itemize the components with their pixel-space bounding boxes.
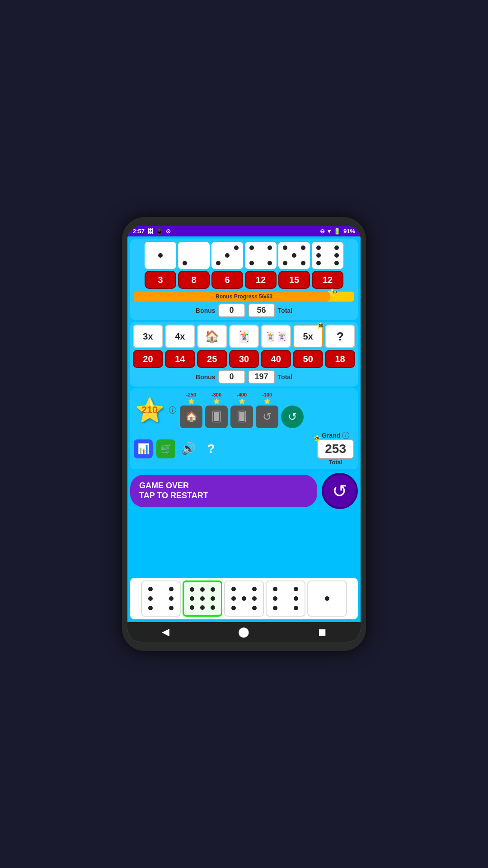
nav-square-button[interactable]: ◼: [309, 623, 335, 642]
game-area: 3 8 6 12 15 12 Bonus Progress 56/63 ⭐ 10…: [127, 236, 361, 622]
multiplier-row: 3x 4x 🏠 🃏 🃏🃏 5x ⭐ 50 ?: [133, 325, 355, 348]
score-2: 8: [178, 271, 210, 289]
score-row-2: 20 14 25 30 40 50 18: [133, 350, 355, 368]
wifi-icon: ▾: [328, 228, 331, 235]
battery-icon: 🔋: [333, 228, 341, 235]
multi-3x[interactable]: 3x: [133, 325, 163, 348]
status-bar: 2:57 🖼 📱 ⊙ ⊖ ▾ 🔋 91%: [127, 226, 361, 236]
grand-total: Grand i ⭐ 20 253 Total: [317, 432, 354, 466]
multi-cards1[interactable]: 🃏: [229, 325, 259, 348]
dice-row-1: [133, 242, 355, 269]
powerup-btn-refresh[interactable]: -100 ⭐ ↺: [256, 392, 278, 428]
star-info-icon[interactable]: i: [169, 406, 176, 414]
section-2: 3x 4x 🏠 🃏 🃏🃏 5x ⭐ 50 ? 20 14 25: [130, 322, 358, 387]
total-label-1: Total: [278, 307, 292, 314]
game-over-area: GAME OVER TAP TO RESTART ↺: [130, 473, 358, 509]
score2-6: 50: [293, 350, 323, 368]
multi-house[interactable]: 🏠: [197, 325, 227, 348]
score2-5: 40: [261, 350, 291, 368]
grand-total-value: 253: [317, 439, 354, 459]
multi-5x[interactable]: 5x ⭐ 50: [293, 325, 323, 348]
die-4[interactable]: [245, 242, 277, 269]
bottom-die-4[interactable]: [266, 580, 305, 617]
score2-2: 14: [165, 350, 195, 368]
total-value-1: 56: [248, 303, 275, 317]
bonus-bar-text: Bonus Progress 56/63: [216, 293, 272, 300]
status-time: 2:57: [133, 228, 145, 235]
bonus-label-1: Bonus: [196, 307, 216, 314]
sim-icon: 📱: [156, 228, 163, 235]
help-icon-btn[interactable]: ?: [202, 439, 221, 458]
phone-screen: 2:57 🖼 📱 ⊙ ⊖ ▾ 🔋 91%: [127, 226, 361, 642]
score-row-1: 3 8 6 12 15 12: [133, 271, 355, 289]
bonus-total-row-2: Bonus 0 197 Total: [133, 370, 355, 384]
die-6[interactable]: [312, 242, 343, 269]
bonus-total-row-1: Bonus 0 56 Total: [133, 303, 355, 317]
bonus-progress-bar: Bonus Progress 56/63 ⭐ 10: [134, 292, 354, 302]
game-over-button[interactable]: GAME OVER TAP TO RESTART: [130, 475, 317, 507]
score-4: 12: [245, 271, 277, 289]
score-1: 3: [145, 271, 176, 289]
grand-info-icon[interactable]: i: [342, 432, 349, 439]
bonus-star-number: 10: [332, 290, 337, 294]
score-5: 15: [278, 271, 310, 289]
score-3: 6: [211, 271, 243, 289]
bonus-value-2: 0: [218, 370, 245, 384]
powerup-btn-house[interactable]: -250 ⭐ 🏠: [180, 392, 202, 428]
die-3[interactable]: [211, 242, 243, 269]
minus-circle-icon: ⊖: [320, 228, 325, 235]
total-value-2: 197: [248, 370, 275, 384]
die-1[interactable]: [145, 242, 176, 269]
powerup-btn-cards2[interactable]: -400 ⭐ 🂠: [230, 392, 253, 428]
die-2[interactable]: [178, 242, 210, 269]
powerup-area: ⭐ 210 i -250 ⭐ 🏠 -300 ⭐: [130, 388, 358, 469]
total-label-2: Total: [278, 373, 292, 381]
star-count: 210: [141, 404, 158, 416]
bonus-label-2: Bonus: [196, 373, 216, 381]
photo-icon: 🖼: [147, 228, 153, 235]
battery-percent: 91%: [343, 228, 355, 235]
vpn-icon: ⊙: [166, 228, 171, 235]
star-score-display: ⭐ 210: [134, 394, 165, 426]
bottom-die-5[interactable]: [307, 580, 347, 617]
bottom-die-2[interactable]: [183, 580, 222, 617]
shop-icon-btn[interactable]: 🛒: [156, 439, 175, 458]
game-over-line1: GAME OVER: [139, 481, 308, 491]
nav-bar: ◀ ⬤ ◼: [127, 622, 361, 642]
score2-1: 20: [133, 350, 163, 368]
multi-4x[interactable]: 4x: [165, 325, 195, 348]
multi-cards2[interactable]: 🃏🃏: [261, 325, 291, 348]
restart-button[interactable]: ↺: [322, 473, 358, 509]
score2-7: 18: [325, 350, 355, 368]
powerup-btn-cards1[interactable]: -300 ⭐ 🂠: [205, 392, 228, 428]
bonus-value-1: 0: [218, 303, 245, 317]
bottom-dice-row: [130, 578, 358, 619]
bottom-die-3[interactable]: [224, 580, 264, 617]
grand-label: Grand: [322, 432, 340, 439]
powerup-btn-green-refresh[interactable]: ↺: [281, 406, 304, 428]
nav-home-button[interactable]: ⬤: [229, 623, 258, 642]
game-over-line2: TAP TO RESTART: [139, 491, 308, 501]
section-1: 3 8 6 12 15 12 Bonus Progress 56/63 ⭐ 10…: [130, 239, 358, 320]
score2-3: 25: [197, 350, 227, 368]
phone-frame: 2:57 🖼 📱 ⊙ ⊖ ▾ 🔋 91%: [122, 217, 366, 651]
stats-icon-btn[interactable]: 📊: [134, 439, 153, 458]
die-5[interactable]: [278, 242, 310, 269]
sound-icon-btn[interactable]: 🔊: [179, 439, 198, 458]
multi-question[interactable]: ?: [325, 325, 355, 348]
score2-4: 30: [229, 350, 259, 368]
grand-sublabel: Total: [329, 459, 343, 466]
score-6: 12: [312, 271, 343, 289]
nav-back-button[interactable]: ◀: [153, 623, 178, 642]
restart-icon: ↺: [332, 481, 347, 501]
bottom-die-1[interactable]: [141, 580, 181, 617]
